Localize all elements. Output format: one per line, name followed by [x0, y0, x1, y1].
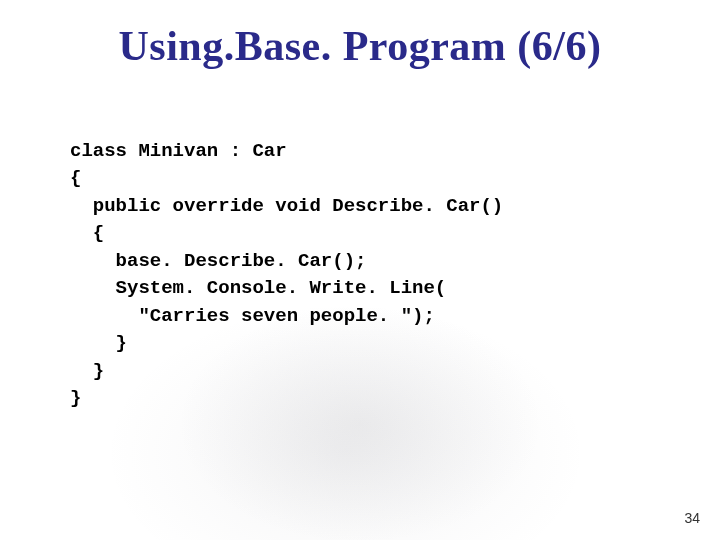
code-line: "Carries seven people. "); [70, 305, 435, 327]
slide: Using.Base. Program (6/6) class Minivan … [0, 0, 720, 540]
code-line: public override void Describe. Car() [70, 195, 503, 217]
code-line: } [70, 387, 81, 409]
code-line: System. Console. Write. Line( [70, 277, 446, 299]
code-line: } [70, 360, 104, 382]
code-line: { [70, 222, 104, 244]
slide-title: Using.Base. Program (6/6) [0, 22, 720, 70]
code-line: } [70, 332, 127, 354]
code-line: class Minivan : Car [70, 140, 287, 162]
code-block: class Minivan : Car { public override vo… [70, 110, 503, 441]
code-line: base. Describe. Car(); [70, 250, 366, 272]
page-number: 34 [684, 510, 700, 526]
code-line: { [70, 167, 81, 189]
